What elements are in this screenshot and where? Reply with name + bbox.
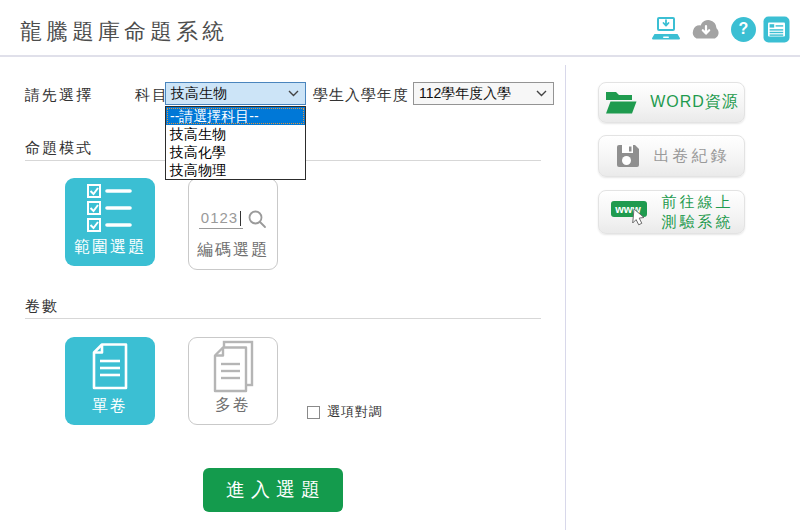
chevron-down-icon [288, 90, 299, 97]
word-resources-button[interactable]: WORD資源 [598, 82, 745, 123]
subject-option-biology[interactable]: 技高生物 [166, 125, 305, 143]
subject-dropdown-list: --請選擇科目-- 技高生物 技高化學 技高物理 [165, 106, 306, 180]
year-select-value: 112學年度入學 [419, 85, 511, 103]
online-test-button[interactable]: www 前往線上 測驗系統 [598, 190, 745, 234]
exam-records-button[interactable]: 出卷紀錄 [598, 135, 745, 177]
subject-option-physics[interactable]: 技高物理 [166, 161, 305, 179]
single-paper-label: 單卷 [92, 396, 128, 417]
help-icon[interactable]: ? [731, 17, 756, 42]
page-title: 龍騰題庫命題系統 [20, 17, 228, 47]
search-icon[interactable] [247, 209, 267, 229]
chevron-down-icon [536, 90, 547, 97]
exam-records-label: 出卷紀錄 [654, 146, 730, 167]
multi-paper-tile[interactable]: 多卷 [188, 337, 278, 425]
year-select[interactable]: 112學年度入學 [413, 82, 554, 105]
online-test-label-line1: 前往線上 [662, 193, 734, 210]
multi-document-icon [189, 338, 277, 395]
checklist-icon [65, 178, 155, 237]
papers-section-title: 卷數 [25, 297, 59, 316]
word-resources-label: WORD資源 [650, 92, 739, 113]
laptop-download-icon[interactable] [651, 16, 681, 43]
subject-option-placeholder[interactable]: --請選擇科目-- [166, 107, 305, 125]
papers-section-rule [25, 318, 541, 319]
help-glyph: ? [739, 20, 749, 38]
prompt-label: 請先選擇 [25, 86, 93, 105]
cloud-download-icon[interactable] [688, 16, 724, 43]
save-disk-icon [614, 142, 642, 170]
range-select-label: 範圍選題 [74, 237, 146, 258]
text-caret [240, 211, 241, 226]
swap-options-label: 選項對調 [327, 403, 383, 421]
year-label: 學生入學年度 [313, 86, 409, 105]
browser-list-icon[interactable] [763, 16, 790, 43]
range-select-tile[interactable]: 範圍選題 [65, 178, 155, 266]
www-cursor-icon: www [610, 197, 650, 227]
subject-select-value: 技高生物 [171, 85, 227, 103]
single-document-icon [65, 337, 155, 396]
online-test-label-line2: 測驗系統 [662, 213, 734, 230]
code-input-row: 0123 [199, 179, 267, 240]
subject-option-chemistry[interactable]: 技高化學 [166, 143, 305, 161]
multi-paper-label: 多卷 [215, 395, 251, 416]
code-select-tile[interactable]: 0123 編碼選題 [188, 178, 278, 270]
header-icon-bar: ? [651, 14, 790, 44]
code-input-value: 0123 [201, 209, 238, 226]
code-select-label: 編碼選題 [197, 240, 269, 261]
subject-label: 科目 [135, 86, 169, 105]
header: 龍騰題庫命題系統 ? [0, 0, 800, 57]
folder-icon [604, 89, 638, 116]
single-paper-tile[interactable]: 單卷 [65, 337, 155, 425]
enter-selection-button[interactable]: 進入選題 [203, 468, 343, 512]
swap-options-row: 選項對調 [307, 403, 383, 421]
subject-select[interactable]: 技高生物 [165, 82, 306, 105]
code-input[interactable]: 0123 [199, 209, 243, 229]
mode-section-title: 命題模式 [25, 139, 93, 158]
vertical-divider [565, 65, 566, 530]
online-test-label: 前往線上 測驗系統 [662, 192, 734, 233]
app-window: 龍騰題庫命題系統 ? [0, 0, 800, 532]
swap-options-checkbox[interactable] [307, 406, 320, 419]
